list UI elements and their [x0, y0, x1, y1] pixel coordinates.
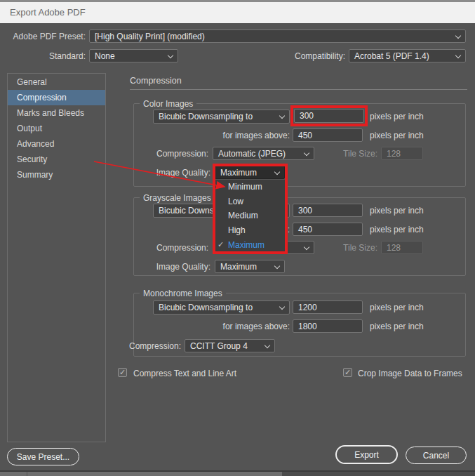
color-image-quality-label: Image Quality:	[147, 168, 210, 178]
color-downsampling-value: Bicubic Downsampling to	[159, 112, 253, 121]
crop-image-data-checkbox[interactable]: ✓	[343, 368, 352, 377]
color-image-quality-value: Maximum	[220, 168, 257, 178]
chevron-down-icon	[455, 53, 461, 58]
monochrome-above-unit: pixels per inch	[370, 322, 424, 331]
window-bottom-edge-seam	[27, 472, 27, 476]
image-quality-menu: Minimum Low Medium High ✓ Maximum	[215, 180, 285, 252]
sidebar-item-marks-and-bleeds[interactable]: Marks and Bleeds	[8, 105, 105, 121]
monochrome-dpi-value: 1200	[298, 303, 317, 312]
panel-title-divider	[130, 89, 467, 90]
menu-item-maximum-label: Maximum	[228, 240, 265, 250]
compress-text-label: Compress Text and Line Art	[133, 369, 236, 378]
color-dpi-unit: pixels per inch	[370, 112, 424, 121]
grayscale-image-quality-label: Image Quality:	[147, 262, 210, 272]
grayscale-above-unit: pixels per inch	[370, 225, 424, 234]
compatibility-value: Acrobat 5 (PDF 1.4)	[354, 51, 429, 61]
checkmark-icon: ✓	[344, 368, 351, 376]
monochrome-dpi-unit: pixels per inch	[370, 303, 424, 312]
monochrome-downsampling-dropdown[interactable]: Bicubic Downsampling to	[153, 300, 290, 315]
grayscale-dpi-field[interactable]: 300	[293, 204, 363, 217]
color-compression-dropdown[interactable]: Automatic (JPEG)	[213, 147, 314, 160]
grayscale-images-group-label: Grayscale Images	[140, 193, 215, 203]
menu-item-low[interactable]: Low	[215, 194, 285, 209]
standard-dropdown[interactable]: None	[89, 49, 178, 62]
monochrome-compression-value: CCITT Group 4	[190, 341, 248, 351]
color-image-quality-dropdown[interactable]: Maximum	[215, 166, 285, 179]
grayscale-compression-label: Compression:	[145, 243, 208, 253]
standard-label: Standard:	[28, 51, 86, 61]
monochrome-dpi-field[interactable]: 1200	[293, 300, 363, 314]
grayscale-tile-size-field: 128	[381, 241, 423, 254]
grayscale-tile-size-value: 128	[387, 243, 401, 253]
compress-text-checkbox[interactable]: ✓	[118, 368, 127, 377]
sidebar-item-advanced[interactable]: Advanced	[8, 136, 105, 152]
color-dpi-field[interactable]: 300	[294, 109, 364, 123]
preset-label: Adobe PDF Preset:	[7, 32, 86, 41]
color-compression-value: Automatic (JPEG)	[218, 149, 286, 159]
menu-item-minimum[interactable]: Minimum	[215, 180, 285, 194]
export-adobe-pdf-dialog: Export Adobe PDF Adobe PDF Preset: [High…	[0, 0, 475, 476]
chevron-down-icon	[455, 33, 461, 39]
chevron-down-icon	[274, 263, 280, 269]
chevron-down-icon	[168, 53, 173, 58]
grayscale-tile-size-label: Tile Size:	[335, 243, 377, 253]
chevron-down-icon	[304, 244, 309, 250]
menu-item-medium[interactable]: Medium	[215, 209, 285, 223]
grayscale-image-quality-value: Maximum	[220, 262, 257, 272]
color-above-field[interactable]: 450	[293, 128, 363, 142]
checkmark-icon: ✓	[218, 240, 224, 249]
chevron-down-icon	[274, 169, 280, 175]
monochrome-images-group-label: Monochrome Images	[140, 289, 226, 298]
compatibility-dropdown[interactable]: Acrobat 5 (PDF 1.4)	[349, 49, 466, 62]
color-images-group-label: Color Images	[140, 99, 196, 109]
color-tile-size-value: 128	[387, 149, 401, 159]
window-bottom-edge-highlight	[0, 472, 282, 476]
color-above-label: for images above:	[196, 131, 290, 140]
save-preset-button[interactable]: Save Preset...	[7, 448, 79, 465]
chevron-down-icon	[265, 343, 270, 348]
sidebar-item-summary[interactable]: Summary	[8, 167, 105, 183]
monochrome-compression-label: Compression:	[118, 341, 181, 351]
chevron-down-icon	[304, 150, 309, 156]
checkmark-icon: ✓	[119, 368, 126, 376]
color-downsampling-dropdown[interactable]: Bicubic Downsampling to	[153, 110, 290, 124]
grayscale-above-field[interactable]: 450	[293, 223, 363, 236]
color-tile-size-label: Tile Size:	[335, 149, 377, 159]
monochrome-compression-dropdown[interactable]: CCITT Group 4	[185, 339, 275, 352]
color-above-value: 450	[298, 131, 312, 140]
chevron-down-icon	[279, 113, 285, 119]
color-dpi-value: 300	[300, 111, 314, 121]
color-tile-size-field: 128	[381, 147, 423, 160]
menu-item-high[interactable]: High	[215, 223, 285, 238]
monochrome-downsampling-value: Bicubic Downsampling to	[159, 303, 253, 312]
grayscale-image-quality-dropdown[interactable]: Maximum	[215, 260, 285, 273]
grayscale-dpi-unit: pixels per inch	[370, 206, 424, 216]
preset-dropdown[interactable]: [High Quality Print] (modified)	[89, 29, 466, 43]
color-above-unit: pixels per inch	[370, 131, 424, 140]
sidebar-item-general[interactable]: General	[8, 74, 105, 90]
settings-section-list: General Compression Marks and Bleeds Out…	[7, 73, 106, 442]
monochrome-above-value: 1800	[298, 322, 317, 331]
sidebar-item-compression[interactable]: Compression	[8, 90, 105, 105]
grayscale-dpi-value: 300	[298, 206, 312, 216]
monochrome-above-label: for images above:	[196, 322, 290, 331]
compatibility-label: Compatibility:	[281, 51, 345, 61]
menu-item-maximum[interactable]: ✓ Maximum	[215, 237, 285, 252]
grayscale-above-value: 450	[298, 225, 312, 234]
chevron-down-icon	[279, 304, 285, 310]
color-compression-label: Compression:	[145, 149, 208, 159]
preset-value: [High Quality Print] (modified)	[95, 32, 205, 41]
window-title: Export Adobe PDF	[0, 2, 475, 23]
cancel-button[interactable]: Cancel	[406, 447, 467, 464]
monochrome-above-field[interactable]: 1800	[293, 319, 363, 333]
sidebar-item-output[interactable]: Output	[8, 121, 105, 136]
sidebar-item-security[interactable]: Security	[8, 152, 105, 167]
export-button[interactable]: Export	[335, 445, 398, 464]
panel-title: Compression	[130, 76, 182, 86]
standard-value: None	[95, 51, 115, 61]
crop-image-data-label: Crop Image Data to Frames	[358, 369, 462, 378]
